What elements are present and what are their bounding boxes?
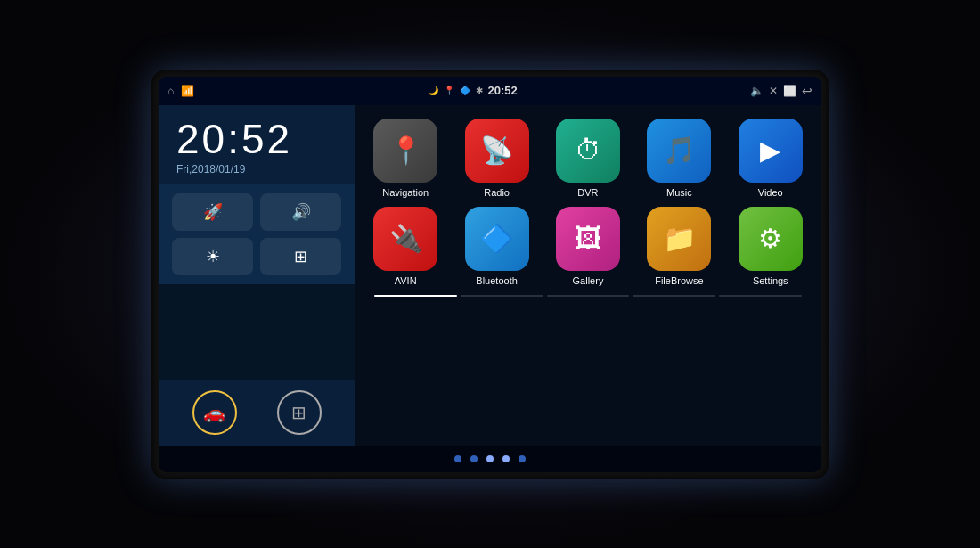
car-frame: ⌂ 📶 🌙 📍 🔷 ✱ 20:52 🔈 ✕ ⬜ ↩ xyxy=(0,0,980,548)
navigation-icon: 📍 xyxy=(373,119,437,183)
widget-panel: 20:52 Fri,2018/01/19 🚀 🔊 ☀ ⊞ 🚗 ⊞ xyxy=(159,105,355,446)
video-label: Video xyxy=(758,187,783,198)
close-icon[interactable]: ✕ xyxy=(769,85,778,97)
back-icon[interactable]: ↩ xyxy=(802,84,813,98)
video-icon: ▶ xyxy=(739,119,803,183)
location-icon: 📍 xyxy=(444,86,454,95)
dot-3 xyxy=(502,455,510,462)
screen-bezel: ⌂ 📶 🌙 📍 🔷 ✱ 20:52 🔈 ✕ ⬜ ↩ xyxy=(151,70,829,479)
music-label: Music xyxy=(666,187,692,198)
app-settings[interactable]: ⚙ Settings xyxy=(731,207,811,286)
clock-widget: 20:52 Fri,2018/01/19 xyxy=(159,105,355,184)
app-bluetooth[interactable]: 🔷 Bluetooth xyxy=(457,207,537,286)
bottom-widget: 🚗 ⊞ xyxy=(159,380,355,446)
settings-icon: ⚙ xyxy=(739,207,803,271)
apps-button[interactable]: ⊞ xyxy=(277,390,322,435)
navigation-label: Navigation xyxy=(382,187,429,198)
status-right: 🔈 ✕ ⬜ ↩ xyxy=(750,84,813,98)
rocket-button[interactable]: 🚀 xyxy=(172,193,253,231)
clock-time: 20:52 xyxy=(176,119,337,159)
app-video[interactable]: ▶ Video xyxy=(731,119,811,198)
gallery-icon: 🖼 xyxy=(556,207,620,271)
app-grid-area: 📍 Navigation 📡 Radio ⏱ DVR 🎵 xyxy=(355,105,821,446)
volume-button[interactable]: 🔊 xyxy=(260,193,341,231)
page-indicator-2[interactable] xyxy=(547,295,630,297)
bluetooth-label: Bluetooth xyxy=(476,275,517,286)
app-navigation[interactable]: 📍 Navigation xyxy=(365,119,445,198)
radio-icon: 📡 xyxy=(465,119,529,183)
app-radio[interactable]: 📡 Radio xyxy=(457,119,537,198)
avin-icon: 🔌 xyxy=(373,207,437,271)
dvr-label: DVR xyxy=(577,187,598,198)
gallery-label: Gallery xyxy=(573,275,604,286)
status-left: ⌂ 📶 xyxy=(167,85,194,97)
app-gallery[interactable]: 🖼 Gallery xyxy=(548,207,628,286)
home-icon[interactable]: ⌂ xyxy=(167,85,174,97)
main-content: 20:52 Fri,2018/01/19 🚀 🔊 ☀ ⊞ 🚗 ⊞ xyxy=(159,105,821,446)
dvr-icon: ⏱ xyxy=(556,119,620,183)
music-icon: 🎵 xyxy=(647,119,711,183)
dot-2 xyxy=(486,455,494,462)
car-button[interactable]: 🚗 xyxy=(192,390,237,435)
avin-label: AVIN xyxy=(395,275,417,286)
signal-icon: ✱ xyxy=(476,86,483,95)
status-bar: ⌂ 📶 🌙 📍 🔷 ✱ 20:52 🔈 ✕ ⬜ ↩ xyxy=(159,77,821,105)
bluetooth-icon: 🔷 xyxy=(465,207,529,271)
radio-label: Radio xyxy=(484,187,510,198)
app-row-2: 🔌 AVIN 🔷 Bluetooth 🖼 Gallery 📁 xyxy=(363,207,813,286)
connected-icon: 📶 xyxy=(181,85,194,97)
status-time: 20:52 xyxy=(488,84,518,97)
dot-0 xyxy=(454,455,461,462)
indicator-bar xyxy=(159,446,821,472)
dot-1 xyxy=(470,455,478,462)
clock-date: Fri,2018/01/19 xyxy=(176,163,337,176)
quick-controls: 🚀 🔊 ☀ ⊞ xyxy=(159,184,355,284)
volume-icon[interactable]: 🔈 xyxy=(750,85,764,97)
page-indicator-4[interactable] xyxy=(719,295,802,297)
app-music[interactable]: 🎵 Music xyxy=(639,119,719,198)
settings-label: Settings xyxy=(753,275,788,286)
app-filebrowse[interactable]: 📁 FileBrowse xyxy=(639,207,719,286)
screen-icon[interactable]: ⬜ xyxy=(783,85,796,97)
status-center: 🌙 📍 🔷 ✱ 20:52 xyxy=(428,84,518,97)
equalizer-button[interactable]: ⊞ xyxy=(260,238,341,275)
page-indicator-0[interactable] xyxy=(374,295,457,297)
app-dvr[interactable]: ⏱ DVR xyxy=(548,119,628,198)
bluetooth-status-icon: 🔷 xyxy=(460,86,470,95)
filebrowse-label: FileBrowse xyxy=(655,275,703,286)
page-indicator-3[interactable] xyxy=(633,295,715,297)
app-row-1: 📍 Navigation 📡 Radio ⏱ DVR 🎵 xyxy=(363,119,813,198)
page-indicator-1[interactable] xyxy=(461,295,543,297)
page-indicators xyxy=(363,295,813,297)
brightness-button[interactable]: ☀ xyxy=(172,238,253,275)
sleep-icon: 🌙 xyxy=(428,86,438,95)
app-avin[interactable]: 🔌 AVIN xyxy=(365,207,445,286)
dot-4 xyxy=(519,455,526,462)
screen: ⌂ 📶 🌙 📍 🔷 ✱ 20:52 🔈 ✕ ⬜ ↩ xyxy=(159,77,821,472)
filebrowse-icon: 📁 xyxy=(647,207,711,271)
